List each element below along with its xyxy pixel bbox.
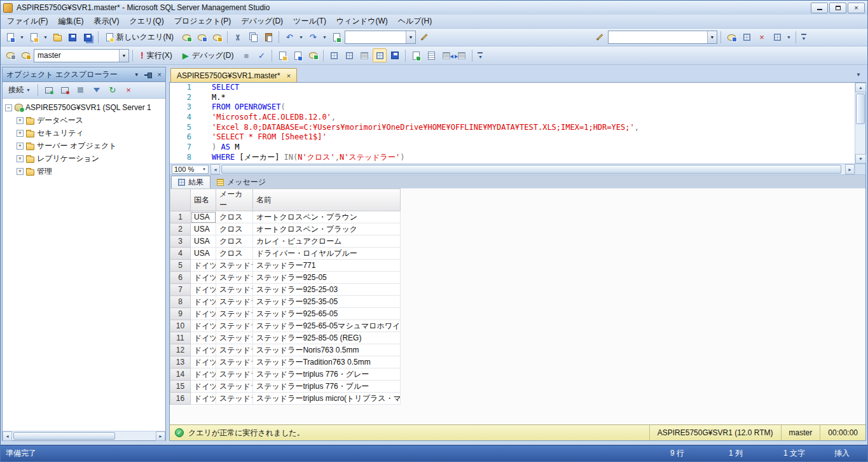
titlebar[interactable]: ASPIRE5750G¥SVR1.master* - Microsoft SQL… — [1, 1, 867, 15]
row-header[interactable]: 10 — [170, 320, 191, 332]
row-header[interactable]: 11 — [170, 332, 191, 344]
new-connection-dropdown-icon[interactable]: ▼ — [18, 35, 25, 39]
indent-icon[interactable] — [455, 48, 469, 62]
combo-dropdown-icon[interactable]: ▼ — [406, 31, 415, 43]
delete-icon[interactable]: × — [121, 83, 135, 97]
undo-icon[interactable]: ↶ — [282, 31, 296, 45]
grid-cell[interactable]: ドイツ — [191, 320, 216, 332]
grid-cell[interactable]: ドイツ — [191, 272, 216, 284]
collapse-icon[interactable]: − — [5, 104, 12, 111]
results-grid-table[interactable]: 国名メーカー名前1USAクロスオートクロスペン・ブラウン2USAクロスオートクロ… — [170, 188, 401, 405]
grid-cell[interactable]: ドイツ — [191, 368, 216, 381]
active-files-dropdown-icon[interactable]: ▼ — [856, 72, 861, 78]
disconnect-server-icon[interactable] — [58, 83, 72, 97]
pin-icon[interactable] — [144, 71, 153, 78]
row-header[interactable]: 4 — [170, 248, 191, 260]
editor-horizontal-scrollbar[interactable]: 100 % ▼ ◄ ► — [170, 164, 865, 174]
row-header[interactable]: 12 — [170, 344, 191, 356]
zoom-selector[interactable]: 100 % ▼ — [172, 165, 209, 174]
grid-cell[interactable]: ステッドラーNoris763 0.5mm — [253, 344, 401, 356]
grid-cell[interactable]: ステッドラーtriplus 776・グレー — [253, 368, 401, 381]
row-header[interactable]: 1 — [170, 211, 191, 223]
save-all-icon[interactable] — [81, 31, 95, 45]
new-xmla-query-icon[interactable] — [210, 31, 224, 45]
new-dbengine-query-icon[interactable] — [179, 31, 193, 45]
execute-button[interactable]: ! 実行(X) — [136, 48, 177, 62]
sql-editor[interactable]: 123456789 SELECTM.*FROM OPENROWSET('Micr… — [170, 83, 855, 164]
row-header[interactable]: 8 — [170, 296, 191, 308]
grid-cell[interactable]: ステッドラー925-25-03 — [253, 284, 401, 296]
editor-vertical-scrollbar[interactable]: ▲ ▼ — [855, 83, 865, 164]
open-file-icon[interactable] — [50, 31, 64, 45]
column-header[interactable]: 国名 — [191, 189, 216, 211]
grid-cell[interactable]: ステッドラーtriplus micro(トリプラス・マイクロ) — [253, 393, 401, 405]
grid-cell[interactable]: クロス — [216, 248, 253, 260]
new-query-button[interactable]: 新しいクエリ(N) — [102, 31, 178, 45]
grid-cell[interactable]: ステッドラー — [216, 320, 253, 332]
menu-item[interactable]: ファイル(F) — [2, 14, 53, 29]
undo-dropdown-icon[interactable]: ▼ — [298, 35, 305, 39]
attach-server-icon[interactable] — [42, 83, 56, 97]
grid-corner-cell[interactable] — [170, 189, 191, 211]
cut-icon[interactable] — [231, 31, 245, 45]
database-dropdown-icon[interactable]: ▼ — [119, 50, 128, 62]
scroll-right-icon[interactable]: ► — [156, 431, 165, 441]
redo-icon[interactable]: ↷ — [306, 31, 320, 45]
close-panel-icon[interactable]: × — [158, 71, 162, 78]
table-view-icon[interactable] — [770, 31, 784, 45]
expand-icon[interactable]: + — [17, 117, 24, 124]
grid-cell[interactable]: ステッドラーTradition763 0.5mm — [253, 356, 401, 368]
grid-cell[interactable]: ステッドラー925-05 — [253, 272, 401, 284]
expand-icon[interactable]: + — [17, 143, 24, 150]
filter-icon[interactable] — [90, 83, 104, 97]
grid-cell[interactable]: ステッドラーtriplus 776・ブルー — [253, 381, 401, 393]
grid-cell[interactable]: ドイツ — [191, 356, 216, 368]
row-header[interactable]: 2 — [170, 223, 191, 235]
row-header[interactable]: 5 — [170, 260, 191, 272]
db-search-icon[interactable] — [724, 31, 738, 45]
row-header[interactable]: 9 — [170, 308, 191, 320]
uncomment-icon[interactable] — [424, 48, 438, 62]
tree-node[interactable]: +サーバー オブジェクト — [3, 139, 165, 152]
paste-icon[interactable] — [261, 31, 275, 45]
navigate-icon[interactable] — [329, 31, 343, 45]
results-file-icon[interactable] — [388, 48, 402, 62]
menu-item[interactable]: プロジェクト(P) — [169, 14, 237, 29]
close-button[interactable]: × — [848, 3, 865, 13]
intellisense-icon[interactable] — [306, 48, 320, 62]
comment-icon[interactable] — [409, 48, 423, 62]
add-item-icon[interactable] — [27, 31, 41, 45]
results-grid-icon[interactable] — [373, 48, 387, 62]
object-explorer-hscrollbar[interactable]: ◄ ► — [3, 431, 165, 440]
menu-item[interactable]: 編集(E) — [53, 14, 88, 29]
query-options-icon[interactable] — [291, 48, 305, 62]
tab-messages[interactable]: メッセージ — [210, 176, 272, 188]
scroll-right-icon[interactable]: ► — [845, 164, 855, 174]
debug-button[interactable]: ▶ デバッグ(D) — [178, 48, 238, 62]
grid-cell[interactable]: ステッドラー925-85-05 (REG) — [253, 332, 401, 344]
grid-cell[interactable]: ステッドラー — [216, 308, 253, 320]
properties-window-icon[interactable] — [740, 31, 754, 45]
grid-cell[interactable]: ステッドラー — [216, 332, 253, 344]
copy-icon[interactable] — [246, 31, 260, 45]
tree-node-server[interactable]: −ASPIRE5750G¥SVR1 (SQL Server 1 — [3, 101, 165, 114]
grid-cell[interactable]: ステッドラー925-65-05マシュマロホワイト — [253, 320, 401, 332]
grid-cell[interactable]: ドイツ — [191, 308, 216, 320]
grid-cell[interactable]: クロス — [216, 211, 253, 223]
cancel-icon[interactable]: × — [755, 31, 769, 45]
document-tab[interactable]: ASPIRE5750G¥SVR1.master* × — [170, 68, 297, 82]
grid-cell[interactable]: USA — [191, 223, 216, 235]
menu-item[interactable]: ウィンドウ(W) — [331, 14, 393, 29]
grid-cell[interactable]: ドイツ — [191, 296, 216, 308]
grid-cell[interactable]: ドイツ — [191, 344, 216, 356]
scrollbar-track[interactable] — [855, 92, 865, 154]
grid-cell[interactable]: ステッドラー — [216, 344, 253, 356]
grid-cell[interactable]: ステッドラー — [216, 272, 253, 284]
refresh-icon[interactable]: ↻ — [106, 83, 120, 97]
scrollbar-track[interactable] — [220, 164, 845, 174]
find-combobox[interactable]: ▼ — [345, 31, 416, 44]
new-connection-icon[interactable] — [3, 31, 17, 45]
connect-button[interactable]: 接続 ▼ — [5, 84, 34, 97]
grid-cell[interactable]: ドイツ — [191, 381, 216, 393]
grid-cell[interactable]: ステッドラー925-65-05 — [253, 308, 401, 320]
